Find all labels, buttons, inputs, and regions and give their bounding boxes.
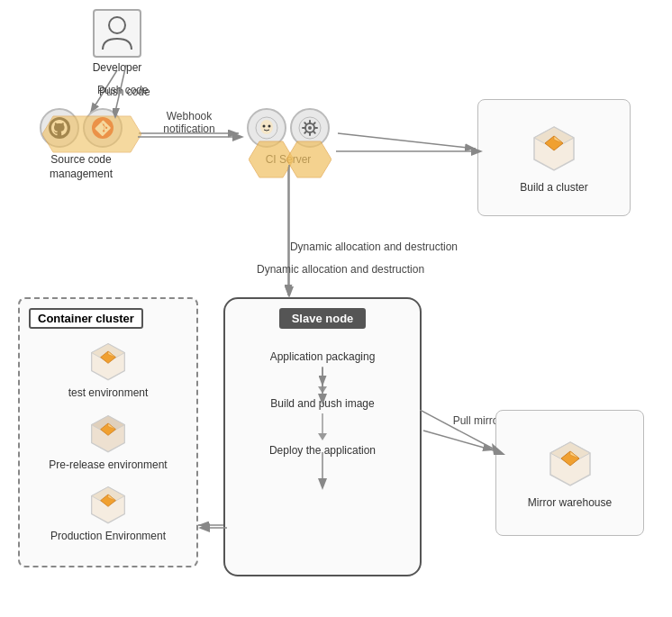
pre-release-label: Pre-release environment: [49, 458, 167, 473]
build-cluster-icon: [527, 120, 581, 174]
ci-to-build-arrow: [336, 142, 483, 160]
production-item: Production Environment: [50, 481, 166, 544]
mirror-warehouse-box: Mirror warehouse: [495, 410, 644, 536]
scm-hex: [42, 114, 141, 157]
test-env-label: test environment: [68, 386, 149, 401]
production-label: Production Environment: [50, 530, 166, 544]
svg-marker-56: [318, 394, 327, 405]
build-cluster-box: Build a cluster: [477, 99, 631, 216]
dev-to-scm-arrow: [113, 65, 140, 119]
step-arrow-2: [313, 413, 331, 440]
test-env-item: test environment: [68, 338, 149, 401]
container-cluster-box: Container cluster test environment Pre-r…: [18, 297, 198, 567]
deploy-to-cluster-arrow: [198, 519, 227, 537]
app-pack-arrow: [315, 367, 333, 405]
pre-release-item: Pre-release environment: [49, 410, 167, 473]
app-packaging-step: Application packaging: [270, 347, 376, 367]
svg-marker-48: [285, 286, 294, 298]
svg-point-16: [268, 125, 271, 128]
container-cluster-title: Container cluster: [29, 308, 143, 329]
svg-marker-50: [232, 132, 244, 141]
slave-node-title: Slave node: [279, 308, 367, 329]
production-icon: [86, 481, 131, 526]
scm-to-ci-arrow: [138, 128, 244, 146]
svg-marker-54: [113, 108, 120, 119]
pull-mirror-arrow: [420, 410, 505, 459]
svg-marker-60: [198, 523, 210, 532]
svg-marker-58: [318, 478, 327, 490]
svg-marker-42: [318, 433, 327, 440]
mirror-warehouse-icon: [543, 435, 597, 489]
svg-marker-62: [492, 443, 505, 455]
test-env-icon: [86, 338, 131, 383]
diagram: Developer Push code Source codemanagemen…: [0, 0, 672, 617]
svg-point-14: [260, 120, 273, 134]
svg-point-15: [263, 125, 266, 128]
svg-marker-52: [471, 147, 483, 156]
svg-marker-22: [42, 116, 141, 152]
mirror-warehouse-label: Mirror warehouse: [528, 496, 612, 511]
svg-line-61: [420, 410, 496, 450]
slave-node-box: Slave node Application packaging Build a…: [223, 297, 422, 576]
build-cluster-label: Build a cluster: [520, 181, 587, 195]
svg-line-53: [115, 65, 126, 112]
svg-point-10: [109, 17, 125, 33]
scm-label: Source codemanagement: [27, 153, 135, 181]
dynamic-alloc-text: Dynamic allocation and destruction: [257, 263, 424, 276]
ci-down-arrow: [282, 165, 300, 298]
developer-icon: [93, 9, 141, 58]
build-push-arrow: [315, 452, 333, 490]
pre-release-icon: [86, 410, 131, 455]
svg-point-19: [308, 126, 312, 130]
